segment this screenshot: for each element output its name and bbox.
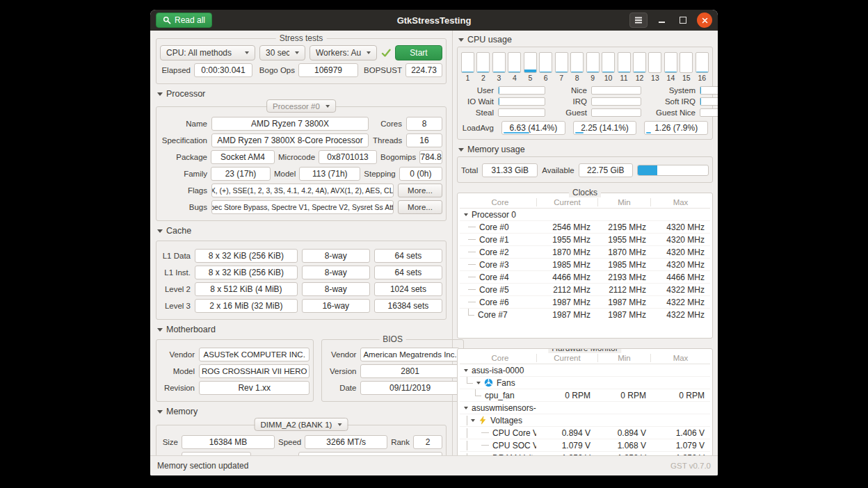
motherboard-section-header[interactable]: Motherboard: [157, 325, 447, 334]
clocks-frame: Clocks Core Current Min Max Processor 0 …: [457, 193, 713, 339]
cpu-usage-section-header[interactable]: CPU usage: [458, 35, 713, 44]
model-field[interactable]: 113 (71h): [299, 167, 360, 181]
clocks-core-row[interactable]: Core #2 1870 MHz 1870 MHz 4320 MHz: [460, 246, 710, 259]
loadavg-15min-field[interactable]: 1.26 (7.9%): [644, 121, 708, 135]
hwmon-voltage-row[interactable]: DRAM Voltage 1.352 V 1.352 V 1.352 V: [460, 452, 710, 455]
maximize-button[interactable]: [675, 13, 691, 28]
specification-field[interactable]: AMD Ryzen 7 3800X 8-Core Processor: [211, 133, 369, 147]
memory-usage-section-header[interactable]: Memory usage: [458, 145, 713, 154]
processor-section-header[interactable]: Processor: [157, 89, 447, 99]
bogo-ops-field[interactable]: 106979: [298, 63, 358, 77]
cache-size-field[interactable]: 8 x 32 KiB (256 KiB): [195, 249, 298, 263]
hwmon-group-row[interactable]: asus-isa-0000: [460, 364, 710, 377]
bugs-more-button[interactable]: More...: [398, 200, 442, 214]
bios-vendor-label: Vendor: [326, 350, 356, 359]
loadavg-1min-field[interactable]: 6.63 (41.4%): [501, 121, 565, 135]
column-header-min[interactable]: Min: [597, 354, 650, 362]
close-button[interactable]: [697, 13, 712, 28]
memory-section-header[interactable]: Memory: [157, 407, 447, 416]
mb-revision-field[interactable]: Rev 1.xx: [199, 381, 310, 395]
stepping-field[interactable]: 0 (0h): [399, 167, 442, 181]
soft-irq-progressbar: [700, 97, 718, 106]
cache-ways-field[interactable]: 8-way: [302, 266, 370, 279]
bios-version-field[interactable]: 2801: [360, 364, 459, 378]
clocks-group-row[interactable]: Processor 0: [460, 209, 710, 221]
stress-workers-dropdown[interactable]: Workers: Auto: [310, 45, 377, 60]
flags-field[interactable]: MMX, (+), SSE(1, 2, 3, 3S, 4.1, 4.2, 4A)…: [211, 184, 394, 197]
flags-more-button[interactable]: More...: [398, 184, 442, 197]
column-header-max[interactable]: Max: [650, 198, 710, 206]
family-field[interactable]: 23 (17h): [211, 167, 271, 181]
cache-size-field[interactable]: 8 x 512 KiB (4 MiB): [195, 282, 298, 296]
hwmon-fan-row[interactable]: cpu_fan 0 RPM 0 RPM 0 RPM: [460, 389, 710, 402]
microcode-field[interactable]: 0x8701013: [319, 150, 377, 164]
cpu-core-meters: 1 2 3 4 5 6 7 8 9 10 11 12 13 14 15 16: [460, 51, 709, 82]
fan-icon: [484, 378, 493, 387]
menu-button[interactable]: [629, 13, 648, 28]
mem-size-field[interactable]: 16384 MB: [182, 435, 275, 449]
mem-speed-field[interactable]: 3266 MT/s: [305, 435, 387, 449]
system-label: System: [645, 86, 696, 95]
package-field[interactable]: Socket AM4: [211, 150, 275, 164]
clocks-core-row[interactable]: Core #4 4466 MHz 2193 MHz 4466 MHz: [460, 271, 710, 284]
stress-method-dropdown[interactable]: CPU: All methods: [160, 45, 255, 60]
cache-sets-field[interactable]: 64 sets: [374, 249, 442, 263]
column-header-min[interactable]: Min: [597, 198, 650, 206]
dimm-selector-dropdown[interactable]: DIMM_A2 (BANK 1): [255, 418, 348, 431]
clocks-core-row[interactable]: Core #1 1955 MHz 1955 MHz 4320 MHz: [460, 234, 710, 246]
loadavg-5min-field[interactable]: 2.25 (14.1%): [573, 121, 637, 135]
hwmon-voltage-row[interactable]: CPU SOC Voltage 1.079 V 1.068 V 1.079 V: [460, 439, 710, 452]
mem-total-field[interactable]: 31.33 GiB: [482, 163, 538, 177]
clocks-core-row[interactable]: Core #7 1987 MHz 1987 MHz 4322 MHz: [460, 309, 710, 320]
hwmon-group-row[interactable]: asuswmisensors-isa-0000: [460, 402, 710, 414]
hwmon-voltage-row[interactable]: CPU Core Voltage 0.894 V 0.894 V 1.406 V: [460, 427, 710, 439]
clocks-core-row[interactable]: Core #5 2112 MHz 2112 MHz 4322 MHz: [460, 284, 710, 296]
mb-model-field[interactable]: ROG CROSSHAIR VII HERO: [199, 364, 310, 378]
statusbar: Memory section updated GST v0.7.0: [150, 455, 718, 475]
hwmon-fans-group-row[interactable]: Fans: [460, 377, 710, 389]
column-header-core[interactable]: Core: [460, 198, 536, 206]
cache-ways-field[interactable]: 16-way: [302, 299, 370, 313]
mem-type-detail-field[interactable]: Synchronous Unbuffered (Unregistered): [298, 452, 442, 455]
chevron-down-icon: [157, 328, 163, 332]
mem-rank-field[interactable]: 2: [413, 435, 442, 449]
bios-date-field[interactable]: 09/11/2019: [360, 381, 459, 395]
mb-vendor-field[interactable]: ASUSTeK COMPUTER INC.: [199, 348, 310, 361]
processor-selector-dropdown[interactable]: Processor #0: [266, 99, 336, 113]
read-all-button[interactable]: Read all: [156, 13, 212, 28]
column-header-core[interactable]: Core: [460, 354, 536, 362]
threads-label: Threads: [373, 136, 402, 145]
column-header-current[interactable]: Current: [536, 354, 597, 362]
clocks-core-row[interactable]: Core #6 1987 MHz 1987 MHz 4322 MHz: [460, 296, 710, 309]
cache-sets-field[interactable]: 64 sets: [374, 266, 442, 279]
stress-duration-dropdown[interactable]: 30 secs: [259, 45, 305, 60]
cache-size-field[interactable]: 2 x 16 MiB (32 MiB): [195, 299, 298, 313]
clocks-core-row[interactable]: Core #0 2546 MHz 2195 MHz 4320 MHz: [460, 221, 710, 234]
user-label: User: [462, 86, 494, 95]
cache-ways-field[interactable]: 8-way: [302, 249, 370, 263]
right-pane: CPU usage 1 2 3 4 5 6 7 8 9 10 11 12 13: [453, 31, 718, 455]
cache-sets-field[interactable]: 1024 sets: [374, 282, 442, 296]
threads-field[interactable]: 16: [406, 133, 442, 147]
cache-size-field[interactable]: 8 x 32 KiB (256 KiB): [195, 266, 298, 279]
cores-field[interactable]: 8: [406, 117, 442, 131]
bios-vendor-field[interactable]: American Megatrends Inc.: [360, 348, 459, 361]
mem-type-field[interactable]: DDR4: [182, 452, 251, 455]
bopsust-field[interactable]: 224.73: [405, 63, 442, 77]
cache-sets-field[interactable]: 16384 sets: [374, 299, 442, 313]
mem-available-field[interactable]: 22.75 GiB: [579, 163, 633, 177]
clocks-core-row[interactable]: Core #3 1985 MHz 1985 MHz 4320 MHz: [460, 259, 710, 271]
loadavg-label: LoadAvg: [462, 124, 494, 132]
start-button[interactable]: Start: [395, 45, 442, 60]
bugs-field[interactable]: Spec Store Bypass, Spectre V1, Spectre V…: [211, 200, 394, 214]
bogomips-field[interactable]: 7784.84: [419, 150, 442, 164]
cache-section-header[interactable]: Cache: [157, 226, 447, 236]
cpu-name-field[interactable]: AMD Ryzen 7 3800X: [211, 117, 369, 131]
chevron-down-icon: [157, 229, 163, 233]
hwmon-voltages-group-row[interactable]: Voltages: [460, 414, 710, 427]
cache-ways-field[interactable]: 8-way: [302, 282, 370, 296]
column-header-current[interactable]: Current: [536, 198, 597, 206]
elapsed-field[interactable]: 0:00:30.041: [194, 63, 252, 77]
column-header-max[interactable]: Max: [650, 354, 710, 362]
minimize-button[interactable]: [654, 13, 669, 28]
